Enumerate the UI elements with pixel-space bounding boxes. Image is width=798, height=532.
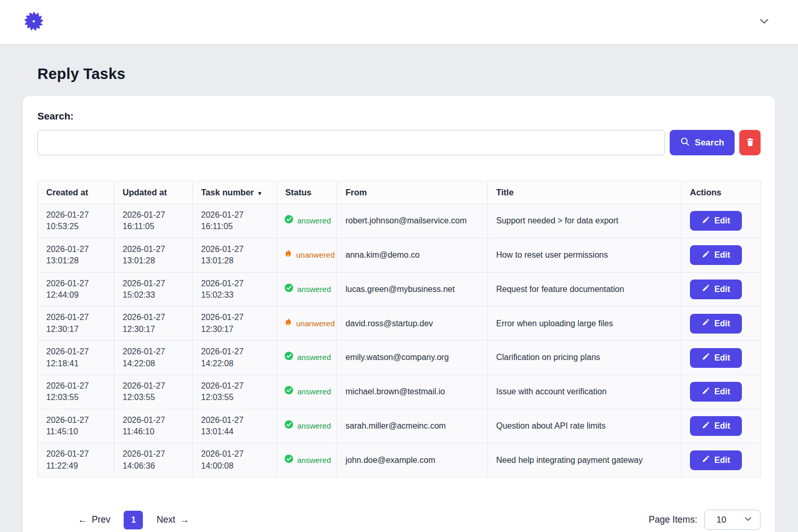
table-header-row: Created at Updated at Task number▼ Statu… bbox=[38, 181, 761, 204]
check-circle-icon bbox=[284, 385, 294, 397]
from-cell: lucas.green@mybusiness.net bbox=[337, 272, 488, 307]
task-number-cell: 2026-01-27 13:01:28 bbox=[193, 238, 277, 272]
title-cell: How to reset user permissions bbox=[488, 238, 682, 272]
page-items-label: Page Items: bbox=[649, 514, 697, 525]
table-row: 2026-01-27 12:44:09 2026-01-27 15:02:33 … bbox=[38, 272, 761, 307]
account-menu-button[interactable] bbox=[755, 14, 773, 31]
title-cell: Need help integrating payment gateway bbox=[488, 443, 682, 477]
pencil-icon bbox=[702, 353, 710, 363]
actions-cell: Edit bbox=[682, 443, 761, 477]
updated-at-cell: 2026-01-27 11:46:10 bbox=[114, 409, 193, 443]
search-icon bbox=[680, 137, 690, 149]
actions-cell: Edit bbox=[682, 272, 761, 307]
header-from: From bbox=[337, 181, 488, 204]
search-input[interactable] bbox=[37, 130, 665, 155]
title-cell: Question about API rate limits bbox=[488, 409, 682, 443]
header-title: Title bbox=[488, 181, 682, 204]
created-at-cell: 2026-01-27 12:03:55 bbox=[38, 375, 114, 409]
pagination: ← Prev 1 Next → bbox=[78, 511, 189, 529]
task-number-cell: 2026-01-27 15:02:33 bbox=[193, 272, 277, 307]
status-text: answered bbox=[297, 386, 331, 397]
page-items-select[interactable]: 10 bbox=[704, 510, 761, 530]
clear-search-button[interactable] bbox=[739, 130, 761, 155]
edit-button[interactable]: Edit bbox=[690, 416, 742, 436]
created-at-cell: 2026-01-27 13:01:28 bbox=[38, 238, 114, 272]
updated-at-cell: 2026-01-27 14:06:36 bbox=[114, 443, 193, 477]
pencil-icon bbox=[702, 455, 710, 465]
edit-button[interactable]: Edit bbox=[690, 314, 742, 334]
title-cell: Error when uploading large files bbox=[488, 307, 682, 341]
status-cell: answered bbox=[277, 375, 337, 409]
actions-cell: Edit bbox=[682, 238, 761, 272]
actions-cell: Edit bbox=[682, 409, 761, 443]
created-at-cell: 2026-01-27 10:53:25 bbox=[38, 204, 114, 238]
from-cell: john.doe@example.com bbox=[337, 443, 488, 477]
content-card: Search: Search Created a bbox=[23, 96, 775, 532]
edit-button[interactable]: Edit bbox=[690, 450, 742, 470]
status-cell: answered bbox=[277, 443, 337, 477]
check-circle-icon bbox=[284, 215, 294, 227]
reply-tasks-table: Created at Updated at Task number▼ Statu… bbox=[37, 181, 761, 477]
task-number-cell: 2026-01-27 13:01:44 bbox=[193, 409, 277, 443]
search-button[interactable]: Search bbox=[670, 130, 735, 155]
pencil-icon bbox=[702, 284, 710, 294]
created-at-cell: 2026-01-27 12:44:09 bbox=[38, 272, 114, 307]
table-row: 2026-01-27 12:18:41 2026-01-27 14:22:08 … bbox=[38, 341, 761, 375]
next-page-button[interactable]: Next → bbox=[156, 514, 189, 525]
edit-button-label: Edit bbox=[714, 421, 730, 431]
status-cell: unanwered bbox=[277, 238, 337, 272]
page-items-control: Page Items: 10 bbox=[649, 510, 761, 530]
edit-button-label: Edit bbox=[714, 285, 730, 294]
search-row: Search bbox=[37, 130, 761, 155]
title-cell: Request for feature documentation bbox=[488, 272, 682, 307]
search-label: Search: bbox=[37, 111, 761, 122]
table-body: 2026-01-27 10:53:25 2026-01-27 16:11:05 … bbox=[38, 204, 761, 477]
pencil-icon bbox=[702, 318, 710, 328]
status-cell: answered bbox=[277, 341, 337, 375]
edit-button-label: Edit bbox=[714, 456, 730, 465]
table-row: 2026-01-27 10:53:25 2026-01-27 16:11:05 … bbox=[38, 204, 761, 238]
updated-at-cell: 2026-01-27 12:03:55 bbox=[114, 375, 193, 409]
search-button-label: Search bbox=[695, 138, 724, 148]
updated-at-cell: 2026-01-27 16:11:05 bbox=[114, 204, 193, 238]
header-created-at: Created at bbox=[38, 181, 114, 204]
edit-button[interactable]: Edit bbox=[690, 382, 742, 402]
check-circle-icon bbox=[284, 283, 294, 295]
status-text: answered bbox=[297, 420, 331, 431]
title-cell: Issue with account verification bbox=[488, 375, 682, 409]
from-cell: emily.watson@company.org bbox=[337, 341, 488, 375]
pencil-icon bbox=[702, 421, 710, 431]
actions-cell: Edit bbox=[682, 307, 761, 341]
app-logo-swirl-icon[interactable] bbox=[23, 10, 45, 34]
pencil-icon bbox=[702, 216, 710, 226]
from-cell: robert.johnson@mailservice.com bbox=[337, 204, 488, 238]
updated-at-cell: 2026-01-27 12:30:17 bbox=[114, 307, 193, 341]
table-row: 2026-01-27 12:03:55 2026-01-27 12:03:55 … bbox=[38, 375, 761, 409]
topbar bbox=[0, 0, 798, 45]
status-text: unanwered bbox=[296, 318, 335, 329]
status-text: answered bbox=[297, 215, 331, 226]
edit-button[interactable]: Edit bbox=[690, 280, 742, 299]
pencil-icon bbox=[702, 387, 710, 397]
title-cell: Clarification on pricing plans bbox=[488, 341, 682, 375]
edit-button[interactable]: Edit bbox=[690, 211, 742, 231]
status-cell: answered bbox=[277, 204, 337, 238]
edit-button[interactable]: Edit bbox=[690, 348, 742, 368]
task-number-cell: 2026-01-27 12:03:55 bbox=[193, 375, 277, 409]
created-at-cell: 2026-01-27 12:30:17 bbox=[38, 307, 114, 341]
sort-desc-icon: ▼ bbox=[257, 190, 262, 196]
page-title: Reply Tasks bbox=[37, 65, 798, 83]
updated-at-cell: 2026-01-27 15:02:33 bbox=[114, 272, 193, 307]
check-circle-icon bbox=[284, 420, 294, 432]
from-cell: anna.kim@demo.co bbox=[337, 238, 488, 272]
header-task-number[interactable]: Task number▼ bbox=[193, 181, 277, 204]
created-at-cell: 2026-01-27 11:45:10 bbox=[38, 409, 114, 443]
prev-page-button[interactable]: ← Prev bbox=[78, 514, 110, 525]
chevron-down-icon bbox=[743, 514, 753, 526]
edit-button[interactable]: Edit bbox=[690, 245, 742, 265]
current-page-button[interactable]: 1 bbox=[124, 511, 143, 529]
edit-button-label: Edit bbox=[714, 216, 730, 225]
created-at-cell: 2026-01-27 11:22:49 bbox=[38, 443, 114, 477]
task-number-cell: 2026-01-27 14:00:08 bbox=[193, 443, 277, 477]
flame-icon bbox=[284, 249, 292, 261]
